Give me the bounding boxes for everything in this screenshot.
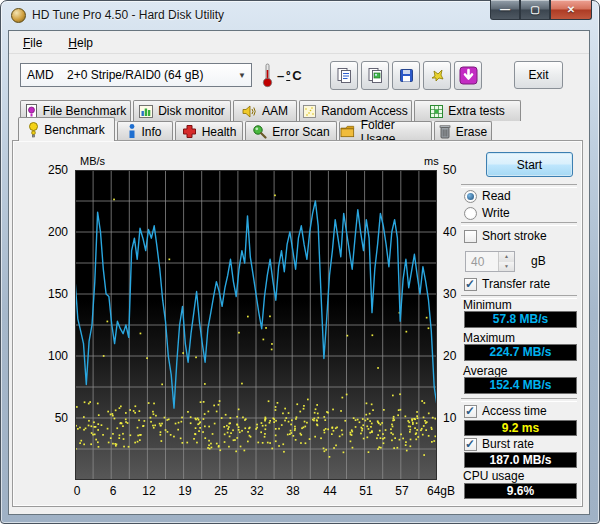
screenshot: HD Tune Pro 4.50 - Hard Disk Utility — ▢…: [0, 0, 600, 524]
tab-disk-monitor[interactable]: Disk monitor: [133, 100, 231, 121]
temperature-degree: º: [286, 69, 290, 81]
y-tick: 200: [30, 225, 68, 239]
average-value: 152.4 MB/s: [464, 377, 577, 394]
maximum-value: 224.7 MB/s: [464, 344, 577, 361]
extra-tests-icon: [430, 105, 443, 118]
capture-button[interactable]: [423, 61, 451, 90]
tab-label: Erase: [456, 125, 487, 139]
drive-selector[interactable]: AMD 2+0 Stripe/RAID0 (64 gB) ▼: [20, 63, 252, 87]
minimize-button[interactable]: —: [490, 0, 520, 20]
tab-label: Error Scan: [272, 125, 329, 139]
tab-label: Benchmark: [44, 123, 105, 137]
capacity-stepper[interactable]: 40 ▲ ▼: [465, 251, 515, 272]
short-stroke-option[interactable]: Short stroke: [464, 229, 547, 243]
tab-label: File Benchmark: [43, 104, 126, 118]
transfer-rate-checkbox[interactable]: [464, 278, 477, 291]
exit-button[interactable]: Exit: [514, 61, 563, 89]
read-radio[interactable]: [464, 190, 477, 203]
tab-benchmark[interactable]: Benchmark: [18, 117, 115, 141]
y-tick: 100: [30, 349, 68, 363]
access-time-label: Access time: [482, 404, 547, 418]
write-option[interactable]: Write: [464, 206, 510, 220]
save-button[interactable]: [392, 61, 420, 90]
transfer-rate-label: Transfer rate: [482, 277, 550, 291]
window-title: HD Tune Pro 4.50 - Hard Disk Utility: [32, 8, 224, 22]
copy-text-icon: [336, 67, 353, 84]
spinner-up-icon[interactable]: ▲: [499, 252, 514, 262]
trash-icon: [439, 124, 451, 139]
random-access-icon: [303, 105, 316, 118]
copy-image-button[interactable]: [361, 61, 389, 90]
tab-health[interactable]: Health: [175, 121, 243, 141]
x-tick: 19: [178, 484, 191, 498]
y-tick: 50: [443, 163, 473, 177]
x-tick: 0: [74, 484, 81, 498]
y-tick: 250: [30, 163, 68, 177]
copy-text-button[interactable]: [330, 61, 358, 90]
menu-file[interactable]: File: [19, 34, 46, 52]
burst-rate-checkbox[interactable]: [464, 438, 477, 451]
tab-aam[interactable]: AAM: [233, 100, 297, 121]
average-label: Average: [463, 364, 507, 378]
disk-monitor-icon: [139, 105, 153, 118]
cpu-usage-label: CPU usage: [463, 469, 524, 483]
folder-icon: [340, 125, 356, 138]
tab-folder-usage[interactable]: Folder Usage: [339, 121, 432, 141]
benchmark-icon: [28, 122, 39, 138]
info-icon: [128, 124, 136, 139]
start-button[interactable]: Start: [486, 152, 573, 177]
right-axis-unit: ms: [424, 155, 439, 167]
tab-label: Extra tests: [448, 104, 505, 118]
maximize-icon: ▢: [530, 4, 539, 15]
tab-error-scan[interactable]: Error Scan: [245, 121, 337, 141]
magnifier-icon: [252, 124, 267, 139]
menu-bar: File Help: [9, 32, 589, 54]
minimum-label: Minimum: [463, 298, 512, 312]
benchmark-chart: [75, 170, 437, 480]
transfer-rate-option[interactable]: Transfer rate: [464, 277, 550, 291]
capacity-stepper-arrows[interactable]: ▲ ▼: [498, 252, 514, 271]
window-controls: — ▢ ✕: [490, 0, 592, 20]
tab-label: Random Access: [321, 104, 408, 118]
close-icon: ✕: [567, 4, 575, 15]
tab-info[interactable]: Info: [117, 121, 173, 141]
temperature-value: –: [277, 68, 284, 83]
access-time-option[interactable]: Access time: [464, 404, 547, 418]
menu-help[interactable]: Help: [64, 34, 97, 52]
read-label: Read: [482, 189, 511, 203]
download-button[interactable]: [454, 61, 482, 90]
cpu-usage-value: 9.6%: [464, 483, 577, 499]
tab-label: Health: [202, 125, 237, 139]
tab-label: AAM: [262, 104, 288, 118]
health-cross-icon: [182, 124, 197, 139]
short-stroke-label: Short stroke: [482, 229, 547, 243]
app-icon: [11, 8, 26, 23]
separator: [461, 222, 577, 226]
x-tick: 44: [323, 484, 336, 498]
burst-rate-option[interactable]: Burst rate: [464, 437, 534, 451]
maximize-button[interactable]: ▢: [520, 0, 550, 20]
tab-erase[interactable]: Erase: [434, 121, 492, 141]
download-icon: [459, 66, 478, 85]
drive-selector-value: AMD 2+0 Stripe/RAID0 (64 gB): [21, 68, 233, 82]
separator: [461, 184, 577, 188]
capture-icon: [429, 67, 446, 84]
close-button[interactable]: ✕: [550, 0, 592, 20]
save-icon: [398, 67, 415, 84]
spinner-down-icon[interactable]: ▼: [499, 262, 514, 272]
write-radio[interactable]: [464, 207, 477, 220]
tab-label: Info: [141, 125, 161, 139]
burst-rate-value: 187.0 MB/s: [464, 452, 577, 468]
maximum-label: Maximum: [463, 331, 515, 345]
copy-image-icon: [367, 67, 384, 84]
short-stroke-checkbox[interactable]: [464, 230, 477, 243]
capacity-value: 40: [466, 252, 498, 271]
x-tick: 12: [142, 484, 155, 498]
x-tick: 51: [359, 484, 372, 498]
x-tick: 32: [250, 484, 263, 498]
x-tick: 64gB: [427, 484, 455, 498]
access-time-checkbox[interactable]: [464, 405, 477, 418]
left-axis-unit: MB/s: [80, 155, 105, 167]
read-option[interactable]: Read: [464, 189, 511, 203]
file-benchmark-icon: [25, 104, 38, 118]
